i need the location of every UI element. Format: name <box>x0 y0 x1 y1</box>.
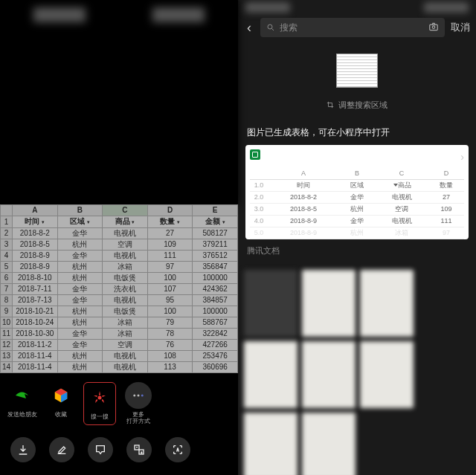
result-card[interactable]: › ABCD1.0时间区域商品数量2.02018-8-2金华电视机273.020… <box>245 145 469 239</box>
share-scan[interactable]: 搜一搜 <box>83 382 116 425</box>
left-pane: ABCDE1时间 ▾区域 ▾商品 ▾数量 ▾金额 ▾22018-8-2金华电视机… <box>0 0 238 475</box>
preview-thumbnail[interactable] <box>336 54 378 88</box>
comment-button[interactable] <box>88 437 113 462</box>
gallery-item[interactable] <box>244 413 298 476</box>
gallery-item[interactable] <box>244 270 298 337</box>
svg-point-2 <box>138 395 140 397</box>
preview-area: 调整搜索区域 <box>238 40 476 119</box>
result-note: 图片已生成表格，可在小程序中打开 <box>238 119 476 145</box>
gallery-item[interactable] <box>360 341 414 408</box>
search-icon <box>266 23 275 32</box>
gallery-item[interactable] <box>302 341 356 408</box>
share-bar: 发送给朋友 收藏 搜一搜 更多 打开方式 <box>0 373 238 430</box>
mini-table: ABCD1.0时间区域商品数量2.02018-8-2金华电视机273.02018… <box>250 167 464 239</box>
search-input[interactable]: 搜索 <box>260 18 445 37</box>
download-button[interactable] <box>10 437 36 462</box>
cube-icon <box>53 387 69 404</box>
translate-button[interactable] <box>126 437 152 462</box>
crop-icon <box>327 101 334 109</box>
spreadsheet: ABCDE1时间 ▾区域 ▾商品 ▾数量 ▾金额 ▾22018-8-2金华电视机… <box>0 204 238 373</box>
gallery <box>238 264 476 476</box>
provider-label: 腾讯文档 <box>238 239 476 264</box>
tool-row <box>0 430 238 468</box>
share-collect[interactable]: 收藏 <box>45 382 77 425</box>
svg-point-0 <box>98 396 102 400</box>
svg-point-8 <box>432 25 435 28</box>
spark-icon <box>91 389 109 407</box>
gallery-item[interactable] <box>302 270 356 337</box>
left-blurred-header <box>0 0 238 204</box>
dots-icon <box>132 389 145 402</box>
svg-point-6 <box>268 25 272 29</box>
chevron-right-icon: › <box>460 151 464 163</box>
search-row: ‹ 搜索 取消 <box>238 15 476 40</box>
gallery-item[interactable] <box>244 341 298 408</box>
camera-icon[interactable] <box>428 22 439 34</box>
right-blurred-status <box>238 0 476 15</box>
back-button[interactable]: ‹ <box>244 20 254 36</box>
share-more[interactable]: 更多 打开方式 <box>122 382 155 425</box>
cancel-button[interactable]: 取消 <box>451 21 470 34</box>
gallery-item[interactable] <box>302 413 356 476</box>
doc-icon <box>250 149 260 160</box>
share-send[interactable]: 发送给朋友 <box>6 382 39 425</box>
svg-point-1 <box>133 395 135 397</box>
right-pane: ‹ 搜索 取消 调整搜索区域 图片已生成表格，可在小程序中打开 › ABCD1.… <box>238 0 476 475</box>
adjust-region-button[interactable]: 调整搜索区域 <box>327 100 387 111</box>
gallery-item[interactable] <box>360 270 414 337</box>
ocr-button[interactable] <box>165 437 190 462</box>
share-arrow-icon <box>13 387 31 404</box>
svg-point-3 <box>141 395 144 397</box>
edit-button[interactable] <box>49 437 74 462</box>
svg-rect-7 <box>430 25 438 30</box>
